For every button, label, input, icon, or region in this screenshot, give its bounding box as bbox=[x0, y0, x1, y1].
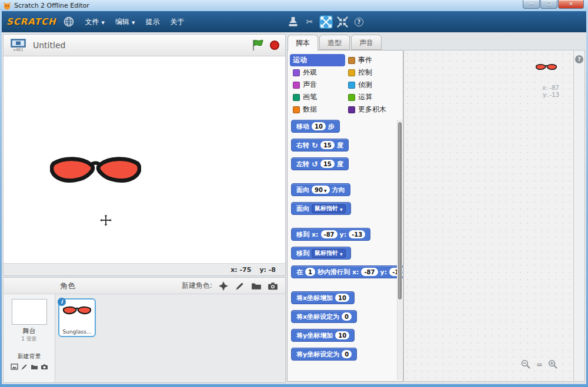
block-change-x[interactable]: 将x坐标增加10 bbox=[291, 291, 355, 304]
camera-sprite-icon[interactable] bbox=[268, 281, 278, 291]
category-label: 事件 bbox=[358, 55, 372, 65]
tab-costumes[interactable]: 造型 bbox=[319, 35, 350, 50]
shrink-sprite-icon[interactable] bbox=[336, 15, 349, 29]
upload-sprite-icon[interactable] bbox=[251, 281, 262, 291]
minimize-button[interactable]: ─ bbox=[523, 0, 540, 9]
number-input[interactable]: -87 bbox=[361, 268, 377, 276]
category-item-0[interactable]: 运动 bbox=[290, 54, 345, 66]
backdrop-library-icon[interactable] bbox=[11, 363, 18, 371]
menu-dropdown[interactable]: 鼠标指针 bbox=[312, 204, 346, 213]
green-flag-button[interactable] bbox=[251, 39, 264, 52]
block-help-icon[interactable]: ? bbox=[352, 15, 366, 29]
number-input[interactable]: 15 bbox=[320, 160, 335, 168]
category-color-swatch bbox=[348, 69, 355, 76]
category-label: 控制 bbox=[358, 68, 372, 78]
menu-file-label: 文件 bbox=[85, 17, 99, 27]
block-palette: 运动事件外观控制声音侦测画笔运算数据更多积木 移动10步右转↻15度左转↺15度… bbox=[287, 50, 403, 382]
sprite-card-sunglasses[interactable]: i Sunglass... bbox=[58, 298, 96, 337]
stage-backdrop-count: 1 背景 bbox=[21, 335, 37, 343]
scratch-logo[interactable]: SCRATCH bbox=[6, 16, 56, 27]
block-change-y[interactable]: 将y坐标增加10 bbox=[291, 329, 355, 342]
menu-file[interactable]: 文件 bbox=[81, 15, 109, 29]
block-text: 将y坐标设定为 bbox=[296, 350, 339, 359]
block-glide-to-xy[interactable]: 在1秒内滑行到x:-87y:-13 bbox=[291, 265, 403, 278]
block-set-x[interactable]: 将x坐标设定为0 bbox=[291, 310, 357, 323]
block-turn-left[interactable]: 左转↺15度 bbox=[291, 157, 349, 170]
grow-sprite-icon[interactable] bbox=[319, 15, 333, 29]
category-item-5[interactable]: 侦测 bbox=[345, 79, 400, 91]
maximize-button[interactable]: ❐ bbox=[540, 0, 557, 9]
category-item-4[interactable]: 声音 bbox=[290, 79, 345, 91]
palette-scrollbar[interactable] bbox=[397, 120, 402, 380]
help-panel-button[interactable]: ? bbox=[575, 55, 583, 63]
block-move-steps[interactable]: 移动10步 bbox=[291, 120, 340, 133]
number-input[interactable]: 10 bbox=[335, 294, 349, 302]
sprite-info-icon[interactable]: i bbox=[58, 298, 66, 306]
number-input[interactable]: 0 bbox=[342, 350, 352, 358]
paint-backdrop-icon[interactable] bbox=[21, 363, 28, 371]
block-goto-xy[interactable]: 移到x:-87y:-13 bbox=[291, 228, 370, 241]
category-item-1[interactable]: 事件 bbox=[345, 54, 400, 66]
category-item-9[interactable]: 更多积木 bbox=[345, 103, 400, 116]
block-turn-right[interactable]: 右转↻15度 bbox=[291, 139, 349, 152]
stage-header: v461 Untitled bbox=[4, 35, 285, 56]
scrollbar-thumb[interactable] bbox=[398, 122, 402, 299]
tab-sounds[interactable]: 声音 bbox=[351, 35, 382, 50]
titlebar: Scratch 2 Offline Editor ─ ❐ ✕ bbox=[0, 0, 588, 11]
block-point-direction[interactable]: 面向90方向 bbox=[291, 183, 350, 196]
category-item-7[interactable]: 运算 bbox=[345, 91, 400, 103]
number-input[interactable]: -87 bbox=[321, 230, 338, 238]
menu-tips-label: 提示 bbox=[145, 17, 159, 27]
sprite-library-icon[interactable] bbox=[218, 281, 229, 291]
tab-scripts[interactable]: 脚本 bbox=[288, 35, 318, 51]
sprite-y-readout: y: -13 bbox=[543, 92, 559, 98]
stage-selector[interactable]: 舞台 1 背景 新建背景 bbox=[4, 294, 55, 382]
block-set-y[interactable]: 将y坐标设定为0 bbox=[291, 348, 357, 361]
number-input[interactable]: -13 bbox=[349, 230, 365, 238]
chevron-down-icon bbox=[102, 18, 105, 26]
delete-scissors-icon[interactable]: ✂ bbox=[303, 15, 316, 29]
sprite-toolbar: ✂ ? bbox=[286, 11, 366, 32]
category-item-8[interactable]: 数据 bbox=[290, 103, 345, 116]
block-point-towards[interactable]: 面向鼠标指针 bbox=[291, 202, 351, 215]
stage-thumbnail[interactable] bbox=[12, 299, 47, 325]
number-dropdown[interactable]: 90 bbox=[312, 186, 330, 194]
zoom-reset-button[interactable]: = bbox=[536, 360, 543, 369]
new-sprite-controls: 新建角色: bbox=[182, 281, 285, 291]
paint-new-sprite-icon[interactable] bbox=[235, 281, 245, 291]
zoom-out-icon[interactable] bbox=[521, 359, 531, 369]
block-text: 方向 bbox=[332, 186, 345, 194]
close-button[interactable]: ✕ bbox=[558, 0, 584, 9]
new-backdrop-controls bbox=[11, 363, 48, 371]
stop-button[interactable] bbox=[270, 41, 279, 50]
block-goto-mouse[interactable]: 移到鼠标指针 bbox=[291, 247, 351, 260]
menu-tips[interactable]: 提示 bbox=[141, 15, 163, 29]
stage[interactable] bbox=[4, 56, 285, 263]
window-title: Scratch 2 Offline Editor bbox=[14, 2, 89, 9]
sunglasses-sprite[interactable] bbox=[50, 154, 141, 187]
block-text: 将x坐标设定为 bbox=[296, 312, 339, 321]
menu-dropdown[interactable]: 鼠标指针 bbox=[312, 249, 346, 258]
zoom-in-icon[interactable] bbox=[548, 359, 558, 369]
category-item-2[interactable]: 外观 bbox=[290, 66, 345, 79]
upload-backdrop-icon[interactable] bbox=[31, 363, 38, 371]
version-label: v461 bbox=[13, 48, 24, 52]
language-globe-icon[interactable] bbox=[64, 16, 74, 27]
duplicate-stamp-icon[interactable] bbox=[286, 15, 300, 29]
sprites-title: 角色 bbox=[60, 281, 75, 291]
project-name[interactable]: Untitled bbox=[33, 41, 245, 50]
block-text: 度 bbox=[337, 160, 343, 169]
help-question-glyph: ? bbox=[355, 18, 363, 26]
menu-edit[interactable]: 编辑 bbox=[111, 15, 139, 29]
category-item-6[interactable]: 画笔 bbox=[290, 91, 345, 103]
number-input[interactable]: 1 bbox=[305, 268, 315, 276]
scripts-canvas[interactable]: x: -87 y: -13 = bbox=[403, 50, 574, 382]
menu-about[interactable]: 关于 bbox=[166, 15, 188, 29]
number-input[interactable]: 0 bbox=[342, 312, 352, 321]
mouse-y: y: -8 bbox=[259, 266, 276, 274]
camera-backdrop-icon[interactable] bbox=[41, 363, 48, 371]
number-input[interactable]: 15 bbox=[320, 141, 335, 149]
number-input[interactable]: 10 bbox=[335, 331, 349, 339]
category-item-3[interactable]: 控制 bbox=[345, 66, 400, 79]
number-input[interactable]: 10 bbox=[312, 122, 326, 130]
